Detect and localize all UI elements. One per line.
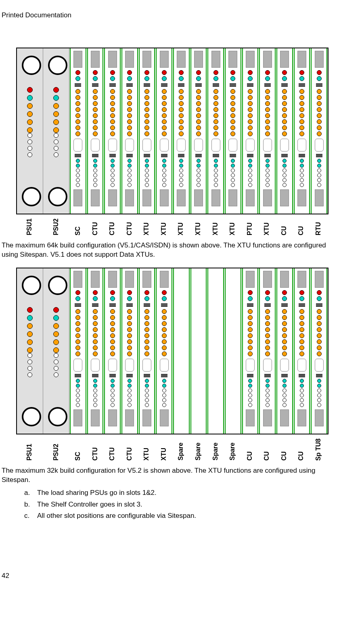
shelf-diagram-32k [16,268,328,434]
psu-slot-2 [43,48,69,214]
psu1b-label: PSU1 [26,444,33,461]
slot-label: Spare [172,438,190,461]
slot-label: CTU [104,438,121,461]
document-header: Printed Documentation [0,11,341,19]
slot-label: Spare [207,438,224,461]
card-slot [173,268,190,434]
card-slot [87,48,104,214]
card-slot [139,48,155,214]
card-slot [294,48,310,214]
card-slot [70,268,86,434]
slot-label: Spare [190,438,207,461]
psu2-label: PSU2 [52,218,60,235]
slot-label: PTU [241,218,258,235]
card-slot [259,48,276,214]
card-slot [173,48,190,214]
card-slot [207,48,224,214]
list-item: a.The load sharing PSUs go in slots 1&2. [24,487,341,499]
card-slot [225,48,241,214]
slot-label: CU [275,218,293,235]
card-slot [242,48,259,214]
shelf-diagram-64k [16,48,328,214]
slot-label: CTU [87,438,104,461]
paragraph-32k: The maximum 32k build configuration for … [2,466,339,485]
slot-label: XTU [155,438,173,461]
card-slot [156,48,172,214]
card-slot [190,48,207,214]
list-item: c.All other slot positions are configura… [24,510,341,522]
slot-label: XTU [155,218,173,235]
card-slot [104,48,121,214]
slot-label: XTU [190,218,207,235]
slot-label: CU [241,438,258,461]
card-slot [70,48,86,214]
card-slot [242,268,259,434]
page-number: 42 [0,570,341,580]
slot-label: CU [258,438,276,461]
slot-label: XTU [138,438,155,461]
paragraph-64k: The maximum 64k build configuration (V5.… [2,241,339,260]
slot-label: SC [69,218,87,235]
card-slot [225,268,241,434]
psu-slot-2b [43,268,69,434]
slot-label: XTU [258,218,276,235]
slot-label: Sp TU8 [310,438,327,461]
card-slot [311,268,327,434]
slot-label: CU [293,438,310,461]
shelf1-labels: PSU1 PSU2 SCCTUCTUCTUXTUXTUXTUXTUXTUXTUP… [16,218,327,235]
card-slot [259,268,276,434]
psu2b-label: PSU2 [52,444,60,461]
card-slot [121,48,138,214]
slot-label: XTU [224,218,241,235]
card-slot [87,268,104,434]
card-slot [276,48,293,214]
card-slot [139,268,155,434]
slot-label: CTU [121,438,138,461]
card-slot [156,268,172,434]
shelf2-labels: PSU1 PSU2 SCCTUCTUCTUXTUXTUSpareSpareSpa… [16,438,327,461]
card-slot [104,268,121,434]
slot-label: CTU [121,218,138,235]
slot-label: XTU [207,218,224,235]
card-slot [276,268,293,434]
slot-label: CTU [104,218,121,235]
ordered-list: a.The load sharing PSUs go in slots 1&2.… [24,487,341,522]
list-item: b.The Shelf Controller goes in slot 3. [24,499,341,511]
psu-slot-1b [17,268,43,434]
slot-label: XTU [172,218,190,235]
card-slot [121,268,138,434]
psu-slot-1 [17,48,43,214]
card-slot [190,268,207,434]
slot-label: CU [293,218,310,235]
card-slot [294,268,310,434]
card-slot [207,268,224,434]
slot-label: RTU [310,218,327,235]
slot-label: SC [69,438,87,461]
slot-label: CU [275,438,293,461]
psu1-label: PSU1 [26,218,33,235]
slot-label: CTU [87,218,104,235]
slot-label: XTU [138,218,155,235]
card-slot [311,48,327,214]
slot-label: Spare [224,438,241,461]
